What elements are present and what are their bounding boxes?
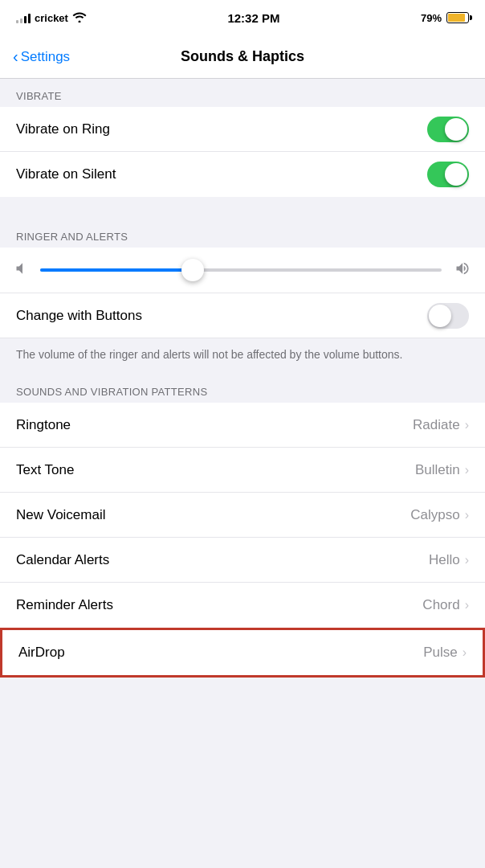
airdrop-row[interactable]: AirDrop Pulse › <box>2 630 483 675</box>
status-left: cricket <box>16 11 87 25</box>
reminder-alerts-label: Reminder Alerts <box>16 597 113 613</box>
vibrate-on-ring-row: Vibrate on Ring <box>0 107 485 152</box>
ringtone-label: Ringtone <box>16 417 71 433</box>
vibrate-group: Vibrate on Ring Vibrate on Silent <box>0 107 485 197</box>
airdrop-label: AirDrop <box>18 645 65 661</box>
vibrate-on-silent-toggle[interactable] <box>427 162 469 187</box>
vibrate-on-ring-label: Vibrate on Ring <box>16 121 110 137</box>
change-with-buttons-toggle[interactable] <box>427 303 469 329</box>
ringer-alerts-header: RINGER AND ALERTS <box>0 219 485 248</box>
calendar-alerts-row[interactable]: Calendar Alerts Hello › <box>0 538 485 583</box>
text-tone-row[interactable]: Text Tone Bulletin › <box>0 448 485 493</box>
airdrop-value: Pulse <box>423 645 458 661</box>
airdrop-highlighted-container: AirDrop Pulse › <box>0 628 485 678</box>
sounds-patterns-group: Ringtone Radiate › Text Tone Bulletin › … <box>0 403 485 628</box>
volume-slider-track[interactable] <box>40 268 442 272</box>
vibrate-on-silent-row: Vibrate on Silent <box>0 152 485 197</box>
change-with-buttons-row: Change with Buttons <box>0 293 485 338</box>
slider-thumb[interactable] <box>181 259 204 281</box>
volume-low-icon <box>13 260 32 280</box>
toggle-thumb <box>429 305 451 327</box>
battery-percent: 79% <box>421 12 442 24</box>
vibrate-on-ring-toggle[interactable] <box>427 117 469 142</box>
new-voicemail-row[interactable]: New Voicemail Calypso › <box>0 493 485 538</box>
calendar-alerts-value-container: Hello › <box>429 552 469 568</box>
new-voicemail-value: Calypso <box>410 507 459 523</box>
text-tone-value-container: Bulletin › <box>415 462 469 478</box>
chevron-right-icon: › <box>465 553 469 567</box>
toggle-thumb <box>445 163 467 186</box>
nav-title: Sounds & Haptics <box>181 48 304 65</box>
back-label: Settings <box>21 49 70 65</box>
status-bar: cricket 12:32 PM 79% <box>0 0 485 35</box>
change-with-buttons-label: Change with Buttons <box>16 308 142 324</box>
volume-note: The volume of the ringer and alerts will… <box>0 338 485 375</box>
toggle-thumb <box>445 118 467 141</box>
text-tone-value: Bulletin <box>415 462 460 478</box>
sounds-patterns-header: SOUNDS AND VIBRATION PATTERNS <box>0 375 485 403</box>
carrier-label: cricket <box>35 12 68 24</box>
ringtone-value-container: Radiate › <box>413 417 469 433</box>
slider-fill <box>40 268 193 272</box>
ringtone-value: Radiate <box>413 417 460 433</box>
airdrop-value-container: Pulse › <box>423 645 467 661</box>
calendar-alerts-label: Calendar Alerts <box>16 552 109 568</box>
chevron-right-icon: › <box>465 418 469 432</box>
text-tone-label: Text Tone <box>16 462 74 478</box>
wifi-icon <box>72 11 87 25</box>
reminder-alerts-row[interactable]: Reminder Alerts Chord › <box>0 583 485 628</box>
reminder-alerts-value-container: Chord › <box>422 597 469 613</box>
chevron-right-icon: › <box>465 598 469 612</box>
reminder-alerts-value: Chord <box>422 597 459 613</box>
status-right: 79% <box>421 12 469 24</box>
volume-section: Change with Buttons <box>0 248 485 338</box>
volume-row <box>0 248 485 293</box>
chevron-right-icon: › <box>465 463 469 477</box>
new-voicemail-value-container: Calypso › <box>410 507 469 523</box>
battery-icon <box>446 12 469 23</box>
signal-icon <box>16 12 31 23</box>
nav-bar: ‹ Settings Sounds & Haptics <box>0 35 485 79</box>
status-time: 12:32 PM <box>227 11 279 25</box>
back-button[interactable]: ‹ Settings <box>13 49 70 65</box>
back-chevron-icon: ‹ <box>13 48 18 64</box>
ringtone-row[interactable]: Ringtone Radiate › <box>0 403 485 448</box>
volume-high-icon <box>450 260 472 280</box>
chevron-right-icon: › <box>463 645 467 660</box>
chevron-right-icon: › <box>465 508 469 522</box>
group-divider <box>0 197 485 219</box>
vibrate-on-silent-label: Vibrate on Silent <box>16 166 116 182</box>
new-voicemail-label: New Voicemail <box>16 507 106 523</box>
calendar-alerts-value: Hello <box>429 552 460 568</box>
vibrate-section-header: VIBRATE <box>0 79 485 107</box>
